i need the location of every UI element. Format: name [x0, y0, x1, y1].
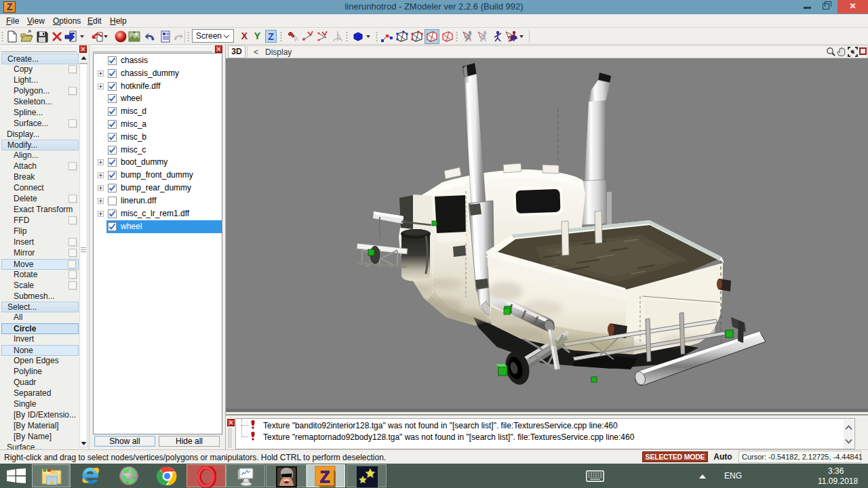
svg-text:Z: Z	[320, 468, 330, 486]
